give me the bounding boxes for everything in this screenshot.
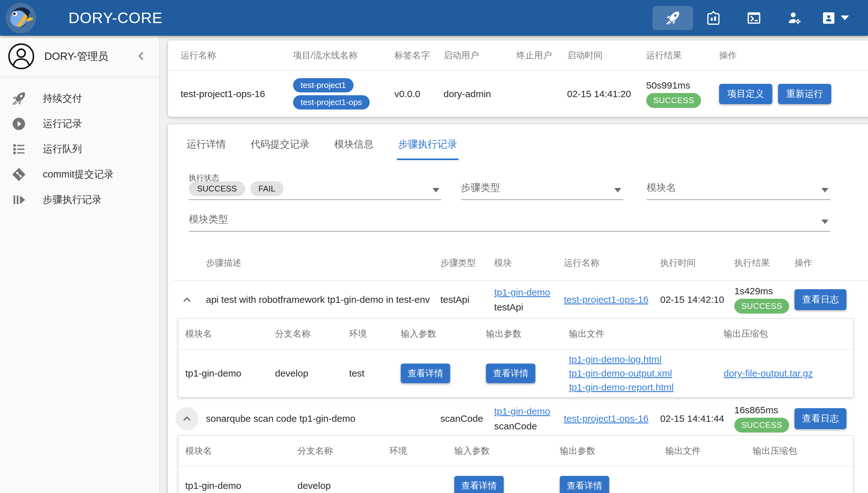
branch-name: develop (275, 368, 349, 379)
user-settings-icon (787, 10, 802, 26)
nested-table-row: tp1-gin-demo develop 查看详情 查看详情 (178, 467, 853, 493)
step-module-cell: tp1-gin-demo testApi (494, 285, 564, 315)
col-module: 模块 (494, 257, 564, 269)
start-time: 02-15 14:41:20 (567, 89, 646, 99)
col-module-name: 模块名 (185, 328, 275, 340)
col-exec-result: 执行结果 (734, 257, 794, 269)
sidebar-item-step-records[interactable]: 步骤执行记录 (0, 187, 159, 212)
sidebar-item-label: 运行记录 (43, 117, 82, 130)
run-name-link[interactable]: test-project1-ops-16 (564, 413, 648, 424)
rocket-icon (12, 91, 26, 106)
nav-terminal-button[interactable] (734, 6, 774, 30)
git-commit-icon (12, 167, 26, 182)
collapse-step-button[interactable] (176, 407, 198, 430)
tab-run-detail[interactable]: 运行详情 (185, 124, 227, 160)
nav-user-settings-button[interactable] (774, 6, 815, 30)
filter-row-2: 模块类型 (189, 207, 852, 232)
account-badge-icon (821, 10, 836, 26)
status-badge: SUCCESS (646, 93, 701, 108)
tab-module-info[interactable]: 模块信息 (333, 124, 375, 160)
sidebar-item-commit-records[interactable]: commit提交记录 (0, 162, 159, 187)
rocket-icon (665, 10, 681, 26)
col-input-params: 输入参数 (401, 328, 486, 340)
chevron-down-icon (841, 16, 849, 20)
exec-time: 02-15 14:42:10 (660, 294, 734, 305)
module-name-placeholder: 模块名 (647, 181, 676, 194)
sidebar-item-continuous-delivery[interactable]: 持续交付 (0, 86, 159, 111)
col-run-name: 运行名称 (181, 49, 293, 61)
sidebar: DORY-管理员 持续交付 运行记录 运行队列 (0, 36, 160, 493)
status-badge: SUCCESS (734, 418, 789, 433)
steps-table-header: 步骤描述 步骤类型 模块 运行名称 执行时间 执行结果 操作 (173, 245, 868, 281)
status-filter-select[interactable]: 执行状态 SUCCESS FAIL (189, 168, 441, 200)
output-file-link[interactable]: tp1-gin-demo-log.html (569, 352, 662, 366)
rerun-button[interactable]: 重新运行 (778, 84, 831, 104)
module-name-select[interactable]: 模块名 (647, 168, 830, 200)
collapse-step-button[interactable] (176, 288, 198, 311)
nested-table-header: 模块名 分支名称 环境 输入参数 输出参数 输出文件 输出压缩包 (178, 319, 853, 350)
step-duration: 16s865ms (734, 405, 778, 415)
col-input-params: 输入参数 (454, 445, 560, 457)
col-start-user: 启动用户 (444, 49, 517, 61)
tab-code-commits[interactable]: 代码提交记录 (249, 124, 311, 160)
nav-rocket-button[interactable] (652, 6, 693, 30)
view-output-params-button[interactable]: 查看详情 (560, 476, 609, 493)
col-module-name: 模块名 (185, 445, 298, 457)
output-file-link[interactable]: tp1-gin-demo-report.html (569, 380, 673, 394)
tab-step-records[interactable]: 步骤执行记录 (397, 124, 458, 160)
detail-tabs: 运行详情 代码提交记录 模块信息 步骤执行记录 (168, 124, 868, 160)
view-log-button[interactable]: 查看日志 (794, 289, 846, 310)
output-file-link[interactable]: tp1-gin-demo-output.xml (569, 366, 672, 380)
view-input-params-button[interactable]: 查看详情 (454, 476, 504, 493)
sidebar-item-label: 步骤执行记录 (43, 193, 102, 206)
output-archive-link[interactable]: dory-file-output.tar.gz (724, 368, 813, 379)
pipeline-tag: test-project1-ops (293, 95, 370, 109)
run-name-link[interactable]: test-project1-ops-16 (564, 294, 648, 305)
sidebar-item-run-queue[interactable]: 运行队列 (0, 136, 159, 162)
account-menu-button[interactable] (815, 6, 855, 30)
project-tag: test-project1 (293, 78, 354, 92)
step-type-select[interactable]: 步骤类型 (461, 168, 623, 200)
exec-result: 1s429ms SUCCESS (734, 286, 794, 314)
col-output-params: 输出参数 (560, 445, 665, 457)
project-definition-button[interactable]: 项目定义 (719, 84, 772, 104)
module-link[interactable]: tp1-gin-demo (494, 406, 550, 416)
view-input-params-button[interactable]: 查看详情 (401, 364, 450, 383)
sidebar-collapse-button[interactable] (135, 50, 147, 63)
chevron-up-icon (181, 294, 193, 305)
dropdown-arrow-icon (432, 188, 439, 192)
col-env: 环境 (349, 328, 401, 340)
module-name: tp1-gin-demo (185, 368, 275, 379)
step-description: api test with robotframework tp1-gin-dem… (206, 294, 440, 305)
nav-task-board-button[interactable] (693, 6, 734, 30)
col-tag-name: 标签名字 (395, 49, 444, 61)
chevron-left-icon (135, 50, 147, 62)
col-env: 环境 (389, 445, 454, 457)
col-project-pipeline: 项目/流水线名称 (293, 49, 395, 61)
top-header: DORY-CORE (0, 0, 868, 36)
dory-logo-icon[interactable] (5, 2, 37, 34)
status-chip-fail[interactable]: FAIL (250, 181, 284, 196)
sidebar-item-label: 运行队列 (43, 143, 82, 156)
env-name: test (349, 368, 401, 379)
status-badge: SUCCESS (734, 299, 789, 314)
sidebar-user-row: DORY-管理员 (0, 36, 159, 77)
view-output-params-button[interactable]: 查看详情 (486, 364, 536, 383)
play-circle-icon (12, 116, 26, 131)
step-description: sonarqube scan code tp1-gin-demo (206, 413, 440, 424)
module-type-select[interactable]: 模块类型 (189, 207, 830, 232)
view-log-button[interactable]: 查看日志 (794, 408, 846, 429)
main-content: 运行名称 项目/流水线名称 标签名字 启动用户 终止用户 启动时间 运行结果 操… (160, 36, 868, 493)
sidebar-item-label: commit提交记录 (43, 168, 114, 181)
sidebar-user-name: DORY-管理员 (44, 49, 108, 64)
module-sub: testApi (494, 302, 523, 312)
user-avatar-icon (7, 43, 35, 70)
nested-table-header: 模块名 分支名称 环境 输入参数 输出参数 输出文件 输出压缩包 (178, 436, 853, 467)
sidebar-item-run-records[interactable]: 运行记录 (0, 111, 159, 136)
step-module-detail-table: 模块名 分支名称 环境 输入参数 输出参数 输出文件 输出压缩包 tp1-gin… (178, 318, 853, 398)
step-type: testApi (440, 294, 494, 305)
status-chip-success[interactable]: SUCCESS (189, 181, 245, 196)
col-start-time: 启动时间 (567, 49, 646, 61)
module-link[interactable]: tp1-gin-demo (494, 287, 550, 297)
app-title: DORY-CORE (68, 9, 162, 27)
